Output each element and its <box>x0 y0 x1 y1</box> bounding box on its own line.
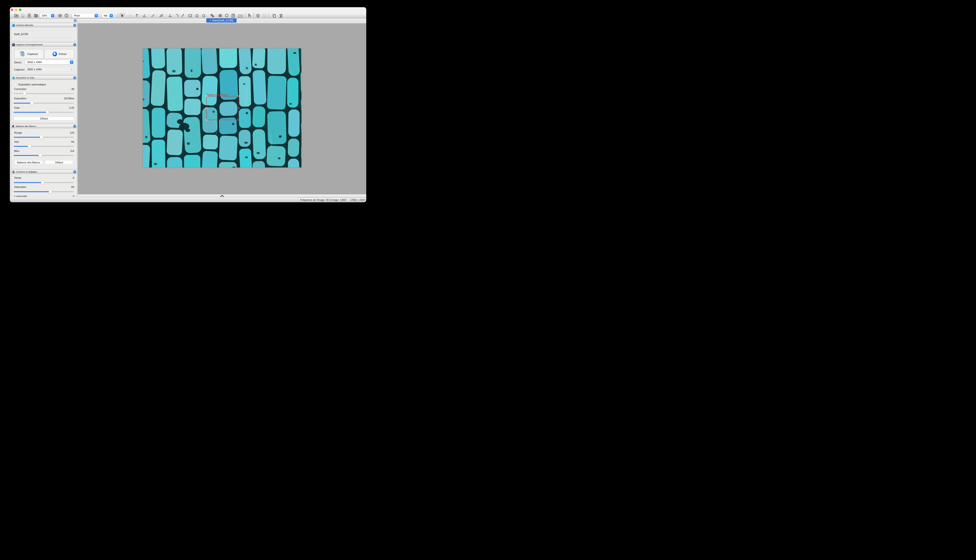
chevron-down-icon[interactable]: ⌄ <box>204 15 206 17</box>
selection-handle[interactable] <box>237 119 239 121</box>
chevron-down-icon[interactable]: ⌄ <box>154 15 155 17</box>
auto-exposure-checkbox[interactable] <box>14 83 17 86</box>
csv-export-icon[interactable]: CSV <box>262 13 267 18</box>
copy-pages-icon[interactable] <box>272 13 276 18</box>
direct-resolution-select[interactable]: 2592 x 1944 ▲▼ <box>25 60 74 64</box>
white-balance-button[interactable]: Balance des Blancs <box>14 160 43 164</box>
collapse-panel-icon[interactable]: « <box>73 24 76 27</box>
chevron-down-icon[interactable]: ⌄ <box>162 15 164 17</box>
panel-header-exposure[interactable]: Exposition et Gain « <box>11 76 77 80</box>
info-icon[interactable] <box>64 13 69 18</box>
gain-slider[interactable] <box>14 111 74 114</box>
polygon-tool[interactable] <box>224 13 229 18</box>
panel-header-capture[interactable]: Capture et Enregistrement « <box>11 42 77 47</box>
point-tool[interactable] <box>128 13 133 18</box>
panel-header-white-balance[interactable]: Balance des Blancs « <box>11 124 77 128</box>
collapse-panel-icon[interactable]: « <box>73 125 76 128</box>
selection-handle[interactable] <box>206 107 207 109</box>
capture-resolution-select[interactable]: 2592 x 1944 ▲▼ <box>25 67 74 72</box>
toolbar-separator <box>245 13 246 18</box>
merge-down-icon[interactable] <box>279 13 283 18</box>
circle-tool[interactable] <box>194 13 199 18</box>
capture-button-label: Capturer <box>27 53 38 55</box>
chevron-up-icon[interactable] <box>220 195 224 197</box>
selection-handle[interactable] <box>237 107 239 109</box>
blue-label: Bleu <box>14 150 20 152</box>
flash-save-icon[interactable] <box>27 13 32 18</box>
capture-button[interactable]: Capturer <box>14 49 44 59</box>
toolbar-separator <box>269 13 269 18</box>
panel-title: Exposition et Gain <box>16 76 34 79</box>
target-tool[interactable] <box>218 13 222 18</box>
chevron-down-icon[interactable]: ⌄ <box>145 15 147 17</box>
svg-text:CSV: CSV <box>263 15 266 17</box>
chevron-down-icon[interactable]: ⌄ <box>171 15 172 17</box>
camera-detected-body: Swift_EC5R <box>12 28 77 41</box>
divider <box>18 38 74 38</box>
divider <box>18 30 74 31</box>
panel-header-colors[interactable]: Couleurs et réglages « <box>11 170 77 174</box>
capture-photo-icon <box>20 51 26 57</box>
caliper-tool[interactable] <box>247 13 252 18</box>
arc-tool[interactable] <box>175 13 179 18</box>
colors-body: Teinte 0 Saturation 64 Luminosité 0 <box>12 174 77 197</box>
selection-handle[interactable] <box>206 95 207 97</box>
toolbar-separator <box>254 13 254 18</box>
collapse-panel-icon[interactable]: « <box>73 43 76 46</box>
exposure-icon <box>12 77 15 79</box>
unit-select[interactable]: Pixel ▲▼ <box>72 13 99 18</box>
rectangle-tool[interactable] <box>188 13 192 18</box>
wb-default-button[interactable]: Défaut <box>45 160 73 164</box>
saturation-slider[interactable] <box>14 190 74 193</box>
zoom-window-button[interactable] <box>19 8 22 11</box>
white-balance-body: Rouge 120 Vert 64 Bleu 114 Balance des B… <box>12 128 77 169</box>
open-folder-icon[interactable] <box>14 13 19 18</box>
gear-icon[interactable] <box>58 13 62 18</box>
color-wheel-icon <box>12 171 15 173</box>
video-canvas[interactable]: Balance des Blancs <box>78 23 366 194</box>
exposure-slider[interactable] <box>14 102 74 105</box>
na-value: NA <box>104 14 107 17</box>
selection-handle[interactable] <box>221 95 223 97</box>
red-label: Rouge <box>14 131 22 134</box>
layers-icon[interactable] <box>256 13 260 18</box>
microscope-image[interactable]: Balance des Blancs <box>143 48 301 167</box>
collapse-panel-icon[interactable]: « <box>73 76 76 79</box>
status-bar: Fréquence de l'Image: 30.0,Image: 12507 … <box>10 197 366 202</box>
minimize-window-button[interactable] <box>15 8 17 11</box>
camera-name-item[interactable]: Swift_EC5R <box>14 33 28 35</box>
panel-header-camera-detected[interactable]: Caméra détectée « <box>11 23 77 27</box>
toolbar: 33% ▲▼ Pixel ▲▼ NA ▲▼ ⌄ ⌄ ⌄ <box>10 12 366 18</box>
selection-handle[interactable] <box>237 95 239 97</box>
direct-label: Direct: <box>14 61 22 64</box>
cursor-tool[interactable] <box>119 13 125 18</box>
close-window-button[interactable] <box>11 8 13 11</box>
save-icon[interactable] <box>20 13 25 18</box>
exposure-default-button[interactable]: Défaut <box>14 117 74 120</box>
camera-timer-icon[interactable] <box>33 13 38 18</box>
text-tool[interactable] <box>231 13 236 18</box>
title-bar <box>10 7 366 12</box>
na-select[interactable]: NA ▲▼ <box>102 13 114 18</box>
white-balance-selection[interactable]: Balance des Blancs <box>207 96 238 120</box>
red-slider[interactable] <box>14 135 74 139</box>
capture-body: Capturer Filmer Direct: 2592 x 1944 ▲▼ C… <box>12 47 77 74</box>
bottom-drawer-strip[interactable] <box>78 194 366 197</box>
film-button-label: Filmer <box>59 53 67 55</box>
scalebar-tool[interactable]: 10um <box>237 13 244 18</box>
curve-tool[interactable] <box>181 13 186 18</box>
luminosity-label: Luminosité <box>14 195 27 197</box>
correction-slider[interactable] <box>14 92 74 95</box>
blue-slider[interactable] <box>14 154 74 157</box>
hue-slider[interactable] <box>14 181 74 184</box>
zoom-level-select[interactable]: 33% ▲▼ <box>40 13 55 18</box>
selection-handle[interactable] <box>221 119 223 121</box>
tab-video[interactable]: × Vidéo[Swift_EC5R] <box>206 18 237 23</box>
collapse-sidebar-icon[interactable]: « <box>74 19 77 22</box>
chevron-down-icon[interactable]: ⌄ <box>213 15 215 17</box>
film-button[interactable]: Filmer <box>44 49 74 59</box>
collapse-panel-icon[interactable]: « <box>73 170 76 173</box>
selection-handle[interactable] <box>206 119 207 121</box>
arrow-tool[interactable] <box>134 13 139 18</box>
green-slider[interactable] <box>14 145 74 148</box>
